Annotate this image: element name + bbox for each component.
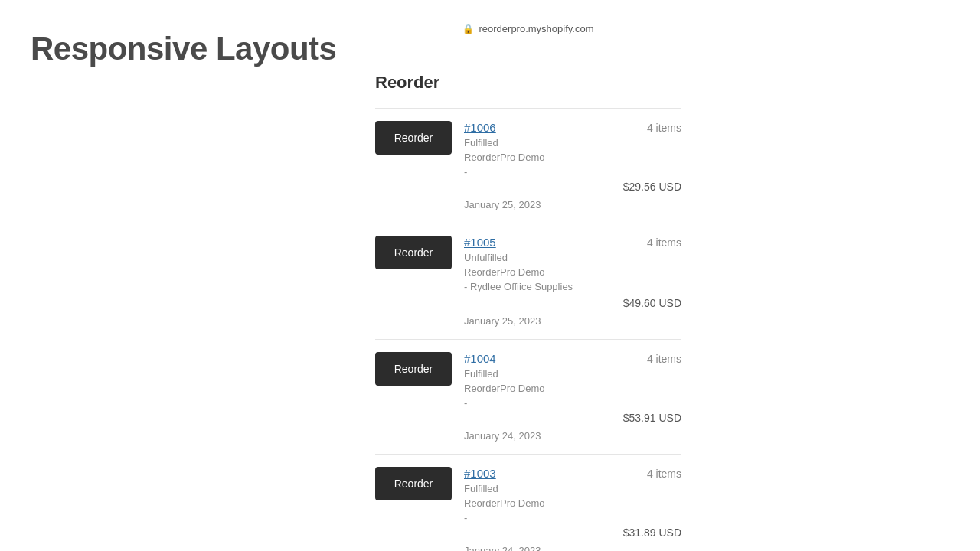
order-row-top: Reorder #1005 4 items Unfulfilled Reorde…: [375, 236, 681, 309]
order-details: #1003 4 items Fulfilled ReorderPro Demo …: [464, 467, 681, 539]
lock-icon: 🔒: [462, 24, 474, 34]
url-bar: 🔒 reorderpro.myshopify.com: [375, 23, 681, 41]
order-header: #1004 4 items: [464, 352, 681, 365]
order-date: January 25, 2023: [464, 199, 541, 210]
order-header: #1006 4 items: [464, 121, 681, 134]
order-date-row: January 25, 2023: [375, 315, 681, 327]
order-number[interactable]: #1003: [464, 467, 496, 480]
order-info-right: Unfulfilled ReorderPro Demo - Rydlee Off…: [464, 252, 681, 294]
browser-frame: 🔒 reorderpro.myshopify.com: [375, 23, 681, 41]
order-details: #1004 4 items Fulfilled ReorderPro Demo …: [464, 352, 681, 424]
order-number[interactable]: #1005: [464, 236, 496, 249]
order-items-count: 4 items: [647, 122, 681, 134]
order-row-top: Reorder #1004 4 items Fulfilled ReorderP…: [375, 352, 681, 424]
order-shop: ReorderPro Demo: [464, 152, 681, 163]
order-item: Reorder #1005 4 items Unfulfilled Reorde…: [375, 223, 681, 339]
reorder-button[interactable]: Reorder: [375, 121, 452, 155]
order-status: Fulfilled: [464, 368, 681, 380]
order-date: January 24, 2023: [464, 430, 541, 442]
order-date-row: January 25, 2023: [375, 199, 681, 210]
order-info-right: Fulfilled ReorderPro Demo -: [464, 368, 681, 409]
content-area: Reorder Reorder #1006 4 items Fulfilled …: [375, 61, 681, 551]
order-info-right: Fulfilled ReorderPro Demo -: [464, 483, 681, 523]
order-dash: -: [464, 512, 681, 523]
order-details: #1005 4 items Unfulfilled ReorderPro Dem…: [464, 236, 681, 309]
section-title: Reorder: [375, 61, 681, 93]
order-date-row: January 24, 2023: [375, 545, 681, 551]
order-number[interactable]: #1004: [464, 352, 496, 365]
order-date-row: January 24, 2023: [375, 430, 681, 442]
order-dash: -: [464, 166, 681, 178]
order-status: Fulfilled: [464, 137, 681, 148]
order-item: Reorder #1004 4 items Fulfilled ReorderP…: [375, 339, 681, 454]
reorder-button[interactable]: Reorder: [375, 236, 452, 269]
order-status: Unfulfilled: [464, 252, 681, 263]
url-text: reorderpro.myshopify.com: [479, 23, 593, 34]
order-item: Reorder #1003 4 items Fulfilled ReorderP…: [375, 454, 681, 551]
order-shop: ReorderPro Demo: [464, 266, 681, 278]
order-info-right: Fulfilled ReorderPro Demo -: [464, 137, 681, 178]
order-date: January 25, 2023: [464, 315, 541, 327]
order-row-top: Reorder #1006 4 items Fulfilled ReorderP…: [375, 121, 681, 193]
reorder-button[interactable]: Reorder: [375, 467, 452, 500]
order-header: #1005 4 items: [464, 236, 681, 249]
page-title: Responsive Layouts: [31, 31, 336, 67]
order-price: $31.89 USD: [623, 527, 681, 539]
order-shop-extra: - Rydlee Offiice Supplies: [464, 281, 681, 292]
order-date: January 24, 2023: [464, 545, 541, 551]
reorder-button[interactable]: Reorder: [375, 352, 452, 386]
order-items-count: 4 items: [647, 236, 681, 249]
order-details: #1006 4 items Fulfilled ReorderPro Demo …: [464, 121, 681, 193]
order-list: Reorder #1006 4 items Fulfilled ReorderP…: [375, 108, 681, 551]
order-status: Fulfilled: [464, 483, 681, 494]
order-number[interactable]: #1006: [464, 121, 496, 134]
order-price: $53.91 USD: [623, 412, 681, 424]
order-shop: ReorderPro Demo: [464, 383, 681, 394]
order-price: $29.56 USD: [623, 181, 681, 193]
order-price: $49.60 USD: [623, 297, 681, 309]
order-header: #1003 4 items: [464, 467, 681, 480]
order-item: Reorder #1006 4 items Fulfilled ReorderP…: [375, 108, 681, 223]
order-items-count: 4 items: [647, 468, 681, 480]
order-dash: -: [464, 397, 681, 409]
order-items-count: 4 items: [647, 353, 681, 365]
order-shop: ReorderPro Demo: [464, 497, 681, 509]
order-row-top: Reorder #1003 4 items Fulfilled ReorderP…: [375, 467, 681, 539]
